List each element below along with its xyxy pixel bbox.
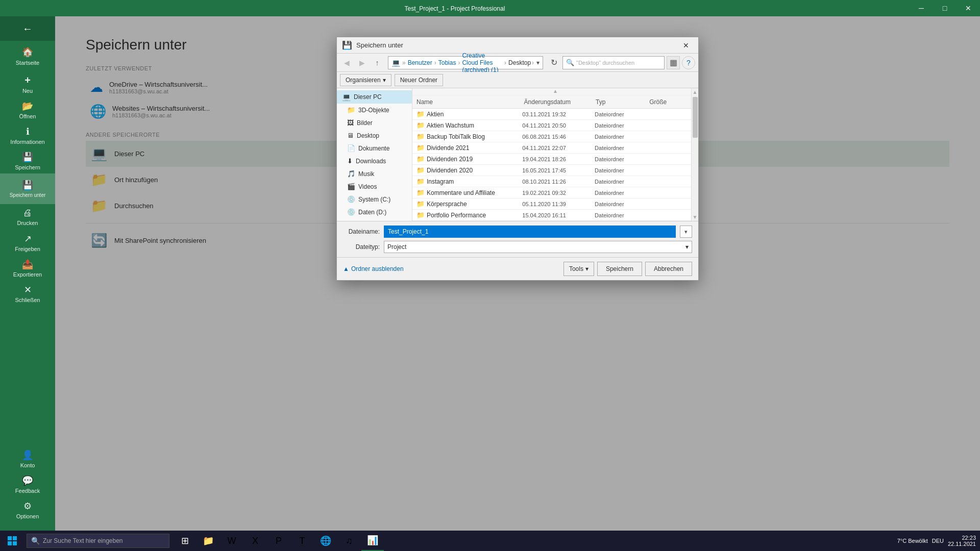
nav-daten-d-icon: 💿 bbox=[347, 208, 355, 216]
file-row[interactable]: 📁 Portfolio Performance 15.04.2020 16:11… bbox=[412, 210, 698, 221]
nav-desktop-icon: 🖥 bbox=[347, 132, 354, 139]
breadcrumb-tobias[interactable]: Tobias bbox=[438, 59, 456, 66]
scrollbar-vertical[interactable]: ▲ ▼ bbox=[691, 88, 698, 221]
breadcrumb-creative-cloud[interactable]: Creative Cloud Files (archived) (1) bbox=[462, 52, 502, 73]
taskbar-apps: ⊞ 📁 W X P T 🌐 ♫ 📊 bbox=[172, 531, 893, 551]
filetype-select[interactable]: Project ▾ bbox=[384, 241, 692, 253]
nav-item-dokumente[interactable]: 📄 Dokumente bbox=[337, 142, 412, 155]
taskbar-app-spotify[interactable]: ♫ bbox=[338, 531, 360, 551]
breadcrumb-dropdown-button[interactable]: ▾ bbox=[536, 58, 540, 68]
taskbar-app-explorer[interactable]: 📁 bbox=[197, 531, 219, 551]
file-row[interactable]: 📁 Aktien Wachstum 04.11.2021 20:50 Datei… bbox=[412, 120, 698, 131]
file-row[interactable]: 📁 Dividende 2021 04.11.2021 22:07 Dateio… bbox=[412, 142, 698, 154]
refresh-button[interactable]: ↻ bbox=[547, 56, 560, 69]
file-row[interactable]: 📁 Instagram 08.10.2021 11:26 Dateiordner bbox=[412, 176, 698, 187]
maximize-button[interactable]: □ bbox=[933, 0, 957, 16]
taskbar-app-project[interactable]: 📊 bbox=[361, 531, 384, 551]
filename-label: Dateiname: bbox=[343, 228, 380, 235]
folder-icon: 📁 bbox=[416, 211, 425, 219]
taskbar-app-powerpoint[interactable]: P bbox=[267, 531, 290, 551]
scroll-up-btn[interactable]: ▲ bbox=[693, 89, 698, 95]
sidebar-item-startseite[interactable]: 🏠 Startseite bbox=[0, 41, 55, 71]
filename-input[interactable]: Test_Project_1 bbox=[384, 226, 676, 238]
taskbar-app-teams[interactable]: T bbox=[291, 531, 313, 551]
file-row[interactable]: 📁 Dividenden 2020 16.05.2021 17:45 Datei… bbox=[412, 165, 698, 176]
nav-forward-button[interactable]: ▶ bbox=[355, 56, 369, 69]
sidebar-bottom: 👤 Konto 💬 Feedback ⚙ Optionen bbox=[0, 446, 55, 531]
nav-item-downloads[interactable]: ⬇ Downloads bbox=[337, 155, 412, 167]
search-field[interactable]: 🔍 "Desktop" durchsuchen bbox=[562, 56, 665, 69]
close-button[interactable]: ✕ bbox=[957, 0, 980, 16]
col-header-size[interactable]: Größe bbox=[649, 98, 694, 106]
col-header-type[interactable]: Typ bbox=[596, 98, 649, 106]
col-header-name[interactable]: Name bbox=[416, 98, 524, 106]
nav-item-videos[interactable]: 🎬 Videos bbox=[337, 180, 412, 193]
file-row[interactable]: 📁 Körpersprache 05.11.2020 11:39 Dateior… bbox=[412, 198, 698, 210]
hide-folders-button[interactable]: ▲ Ordner ausblenden bbox=[343, 265, 404, 272]
breadcrumb-benutzer[interactable]: Benutzer bbox=[408, 59, 432, 66]
sidebar-item-freigeben[interactable]: ↗ Freigeben bbox=[0, 230, 55, 255]
files-list: 📁 Aktien 03.11.2021 19:32 Dateiordner 📁 … bbox=[412, 109, 698, 221]
sidebar-item-informationen[interactable]: ℹ Informationen bbox=[0, 122, 55, 148]
file-row[interactable]: 📁 Dividenden 2019 19.04.2021 18:26 Datei… bbox=[412, 154, 698, 165]
sidebar-item-neu[interactable]: + Neu bbox=[0, 71, 55, 97]
file-row[interactable]: 📁 Backup TobiTalk Blog 06.08.2021 15:46 … bbox=[412, 131, 698, 142]
taskbar-search[interactable]: 🔍 Zur Suche Text hier eingeben bbox=[27, 534, 169, 548]
col-header-date[interactable]: Änderungsdatum bbox=[524, 98, 596, 106]
minimize-button[interactable]: ─ bbox=[910, 0, 933, 16]
breadcrumb-bar[interactable]: 💻 » Benutzer › Tobias › Creative Cloud F… bbox=[388, 56, 543, 69]
sidebar-item-offnen[interactable]: 📂 Öffnen bbox=[0, 97, 55, 122]
folder-icon: 📁 bbox=[416, 166, 425, 174]
taskbar-app-chrome[interactable]: 🌐 bbox=[314, 531, 337, 551]
save-button[interactable]: Speichern bbox=[597, 262, 642, 276]
dialog-title-text: Speichern unter bbox=[356, 41, 675, 49]
start-button[interactable] bbox=[0, 531, 24, 551]
nav-item-dieser-pc[interactable]: 💻 Dieser PC bbox=[337, 90, 412, 104]
dialog-overlay: 💾 Speichern unter ✕ ◀ ▶ ↑ 💻 » Benutzer ›… bbox=[55, 16, 980, 531]
nav-item-3d-objekte[interactable]: 📁 3D-Objekte bbox=[337, 104, 412, 116]
new-icon: + bbox=[24, 74, 31, 86]
sidebar-item-speichern-unter[interactable]: 💾 Speichern unter bbox=[0, 173, 55, 204]
taskbar-app-taskview[interactable]: ⊞ bbox=[174, 531, 196, 551]
sidebar-item-exportieren[interactable]: 📤 Exportieren bbox=[0, 255, 55, 281]
taskbar: 🔍 Zur Suche Text hier eingeben ⊞ 📁 W X P… bbox=[0, 531, 980, 551]
nav-back-button[interactable]: ◀ bbox=[340, 56, 353, 69]
sidebar-item-schliessen[interactable]: ✕ Schließen bbox=[0, 281, 55, 306]
nav-item-system-c[interactable]: 💿 System (C:) bbox=[337, 193, 412, 206]
scrollbar-thumb[interactable] bbox=[693, 97, 698, 138]
sidebar-item-drucken[interactable]: 🖨 Drucken bbox=[0, 204, 55, 230]
info-icon: ℹ bbox=[26, 126, 30, 137]
nav-item-desktop[interactable]: 🖥 Desktop bbox=[337, 129, 412, 142]
nav-dokumente-icon: 📄 bbox=[347, 144, 355, 152]
filetype-row: Dateityp: Project ▾ bbox=[343, 241, 692, 253]
view-options-button[interactable]: ▦ bbox=[667, 56, 680, 69]
help-button[interactable]: ? bbox=[682, 56, 695, 69]
organize-button[interactable]: Organisieren ▾ bbox=[340, 74, 391, 86]
scroll-down-btn[interactable]: ▼ bbox=[693, 214, 698, 220]
tools-button[interactable]: Tools ▾ bbox=[564, 262, 594, 276]
folder-icon: 📁 bbox=[416, 155, 425, 163]
clock[interactable]: 22:23 22.11.2021 bbox=[948, 535, 976, 547]
scroll-up-indicator[interactable]: ▲ bbox=[412, 88, 698, 95]
sidebar-item-feedback[interactable]: 💬 Feedback bbox=[0, 471, 55, 497]
nav-bilder-icon: 🖼 bbox=[347, 119, 354, 127]
sidebar-item-speichern[interactable]: 💾 Speichern bbox=[0, 148, 55, 173]
sidebar-back-button[interactable]: ← bbox=[0, 16, 55, 41]
nav-item-daten-d[interactable]: 💿 Daten (D:) bbox=[337, 206, 412, 218]
file-row[interactable]: 📁 Aktien 03.11.2021 19:32 Dateiordner bbox=[412, 109, 698, 120]
file-row[interactable]: 📁 Kommentare und Affiliate 19.02.2021 09… bbox=[412, 187, 698, 198]
cancel-button[interactable]: Abbrechen bbox=[645, 262, 692, 276]
nav-up-button[interactable]: ↑ bbox=[371, 56, 384, 69]
taskbar-search-icon: 🔍 bbox=[31, 537, 40, 545]
nav-item-musik[interactable]: 🎵 Musik bbox=[337, 167, 412, 180]
nav-item-bilder[interactable]: 🖼 Bilder bbox=[337, 116, 412, 129]
dialog-close-button[interactable]: ✕ bbox=[679, 38, 693, 53]
sidebar-item-konto[interactable]: 👤 Konto bbox=[0, 446, 55, 471]
new-folder-button[interactable]: Neuer Ordner bbox=[395, 74, 443, 86]
breadcrumb-desktop: Desktop bbox=[508, 59, 531, 66]
window-controls: ─ □ ✕ bbox=[910, 0, 980, 16]
sidebar-item-optionen[interactable]: ⚙ Optionen bbox=[0, 497, 55, 522]
taskbar-app-word[interactable]: W bbox=[220, 531, 243, 551]
taskbar-app-excel[interactable]: X bbox=[244, 531, 266, 551]
filename-dropdown-button[interactable]: ▾ bbox=[680, 226, 692, 238]
